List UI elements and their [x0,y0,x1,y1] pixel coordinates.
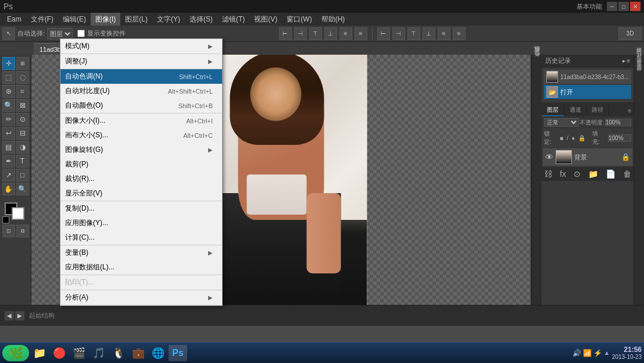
image-dropdown-menu[interactable]: 模式(M) ▶ 调整(J) ▶ 自动色调(N) Shift+Ctrl+L 自动对… [60,38,223,306]
gradient-tool[interactable]: ▤ [2,141,15,154]
taskbar-penguin[interactable]: 🐧 [109,345,128,361]
menu-item-trim[interactable]: 裁剪(P) [60,157,222,172]
taskbar-app1[interactable]: 🔴 [50,345,69,361]
status-prev-btn[interactable]: ◀ [5,311,14,321]
channels-tab[interactable]: 通道 [564,105,587,116]
tray-more[interactable]: ▲ [604,350,610,356]
menu-item-applyimage[interactable]: 应用图像(Y)... [60,216,222,230]
dist-center-btn[interactable]: ⊣ [392,27,405,40]
hand-tool[interactable]: ✋ [2,183,15,195]
menu-item-variables[interactable]: 变量(B) ▶ [60,245,222,260]
menu-item-auto-tone[interactable]: 自动色调(N) Shift+Ctrl+L [60,69,222,84]
menu-item-mode[interactable]: 模式(M) ▶ [60,39,222,54]
auto-select-dropdown[interactable]: 图层 [47,28,73,40]
menu-layer[interactable]: 图层(L) [120,13,152,26]
history-item-0[interactable]: 11ad3ba0-b238-4c27-b3... [544,70,631,84]
status-play-btn[interactable]: ▶ [15,311,24,321]
start-button[interactable]: 🌿 [2,345,29,361]
show-transform-checkbox[interactable] [77,30,85,37]
align-left-btn[interactable]: ⊢ [279,27,292,40]
stamp-tool[interactable]: ⊙ [16,113,29,126]
align-bottom-btn[interactable]: ≡ [355,27,367,40]
taskbar-media[interactable]: 🎬 [70,345,88,361]
lock-transparency[interactable]: ♦ [572,135,575,141]
menu-item-applydata[interactable]: 应用数据组(L)... [60,260,222,275]
taskbar-briefcase[interactable]: 💼 [129,345,148,361]
menu-item-trimto[interactable]: 裁切(R)... [60,172,222,186]
screen-mode-tool[interactable]: ⧉ [16,225,29,237]
menu-item-auto-color[interactable]: 自动颜色(O) Shift+Ctrl+B [60,98,222,113]
align-middle-btn[interactable]: ≡ [339,27,352,40]
quick-select-tool[interactable]: ⊛ [2,85,15,98]
history-item-1[interactable]: 📂 打开 [544,85,631,99]
lock-pixels[interactable]: ■ [560,135,563,141]
patch-tool[interactable]: ⊠ [16,99,29,112]
menu-eam[interactable]: Eam [2,13,26,26]
3d-btn[interactable]: 3D [618,27,642,40]
menu-type[interactable]: 文字(Y) [152,13,185,26]
swap-colors[interactable] [2,216,9,223]
menu-filter[interactable]: 滤镜(T) [217,13,249,26]
menu-help[interactable]: 帮助(H) [317,13,350,26]
toolbar-arrow[interactable]: ↖ [2,27,15,40]
menu-item-duplicate[interactable]: 复制(D)... [60,201,222,216]
menu-item-rotate[interactable]: 图像旋转(G) ▶ [60,143,222,157]
taskbar-music[interactable]: 🎵 [90,345,108,361]
quick-mask-tool[interactable]: ⊡ [2,225,15,237]
dist-bot-btn[interactable]: ≡ [453,27,466,40]
dodge-tool[interactable]: ◑ [16,141,29,154]
menu-item-imgsize[interactable]: 图像大小(I)... Alt+Ctrl+I [60,113,222,128]
eraser-tool[interactable]: ⊟ [16,127,29,140]
history-brush-tool[interactable]: ↩ [2,127,15,140]
background-color[interactable] [12,207,24,220]
menu-item-auto-contrast[interactable]: 自动对比度(U) Alt+Shift+Ctrl+L [60,84,222,98]
menu-item-adjust[interactable]: 调整(J) ▶ [60,54,222,69]
paths-tab[interactable]: 路径 [587,105,610,116]
menu-item-canvassize[interactable]: 画布大小(S)... Alt+Ctrl+C [60,128,222,143]
layer-style-btn[interactable]: fx [560,169,566,179]
menu-view[interactable]: 视图(V) [249,13,282,26]
shape-tool[interactable]: □ [16,169,29,182]
link-layers-btn[interactable]: ⛓ [544,169,552,179]
move-tool[interactable]: ✛ [2,57,15,70]
dist-top-btn[interactable]: ⊥ [423,27,435,40]
path-select-tool[interactable]: ↗ [2,169,15,182]
menu-file[interactable]: 文件(F) [26,13,58,26]
align-center-btn[interactable]: ⊣ [294,27,307,40]
delete-layer-btn[interactable]: 🗑 [623,169,631,179]
crop-tool[interactable]: ⌗ [16,85,29,98]
maximize-button[interactable]: □ [618,2,629,11]
dist-left-btn[interactable]: ⊢ [377,27,390,40]
menu-item-reveal[interactable]: 显示全部(V) [60,186,222,201]
dist-mid-btn[interactable]: ≡ [438,27,450,40]
eyedropper-tool[interactable]: 🔍 [2,99,15,112]
history-panel-menu[interactable]: ≡ [627,58,630,64]
layer-mask-btn[interactable]: ⊙ [574,169,581,179]
artboard-tool[interactable]: ⊞ [16,57,29,70]
close-button[interactable]: ✕ [630,2,641,11]
taskbar-browser[interactable]: 🌐 [149,345,167,361]
menu-window[interactable]: 窗口(W) [282,13,316,26]
menu-image[interactable]: 图像(I) [91,13,120,26]
align-top-btn[interactable]: ⊥ [324,27,337,40]
menu-select[interactable]: 选择(S) [185,13,217,26]
marquee-tool[interactable]: ⬚ [2,71,15,84]
type-tool[interactable]: T [16,155,29,168]
layers-panel-menu[interactable]: ≡ [628,108,631,114]
menu-edit[interactable]: 编辑(E) [58,13,91,26]
taskbar-folder[interactable]: 📁 [30,345,49,361]
layer-item-0[interactable]: 👁 背景 🔒 [543,148,632,166]
brush-tool[interactable]: ✏ [2,113,15,126]
zoom-tool[interactable]: 🔍 [16,183,29,195]
menu-item-analysis[interactable]: 分析(A) ▶ [60,290,222,305]
blend-mode-select[interactable]: 正常 [544,118,579,127]
align-right-btn[interactable]: ⊤ [309,27,322,40]
pen-tool[interactable]: ✒ [2,155,15,168]
taskbar-ps[interactable]: Ps [169,345,187,361]
opacity-input[interactable] [605,119,631,126]
lasso-tool[interactable]: ◌ [16,71,29,84]
new-group-btn[interactable]: 📁 [588,169,598,179]
dist-right-btn[interactable]: ⊤ [407,27,420,40]
lock-position[interactable]: / [567,135,568,141]
layer-visibility[interactable]: 👁 [545,152,553,162]
